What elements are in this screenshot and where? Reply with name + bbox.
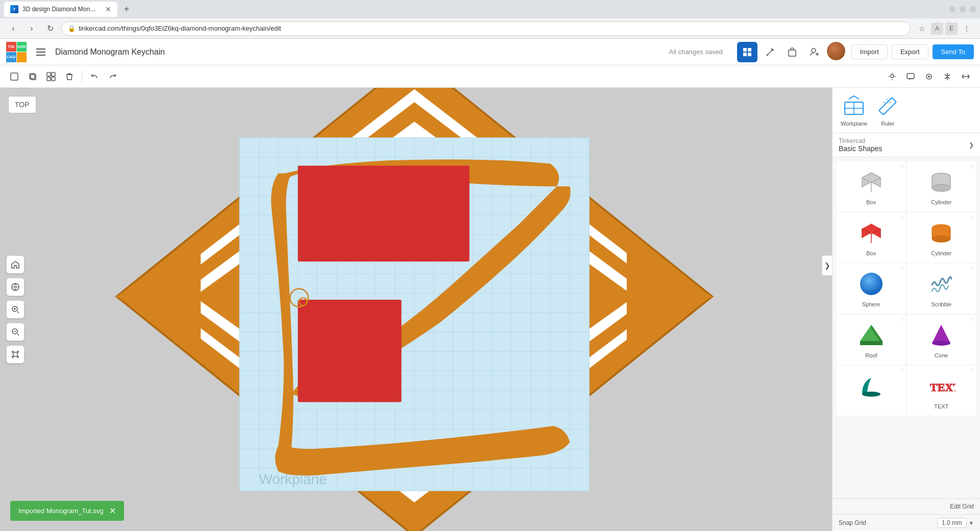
avatar[interactable] <box>827 42 845 60</box>
top-label: TOP <box>8 96 36 113</box>
shape-item-box-red[interactable]: ☆ Box <box>837 212 906 262</box>
star-icon-8[interactable]: ☆ <box>969 317 974 322</box>
svg-point-78 <box>932 184 950 191</box>
view-controls <box>6 255 24 364</box>
browser-chrome: T 3D design Diamond Monogram ... ✕ + ‹ ›… <box>0 0 980 39</box>
home-view-button[interactable] <box>6 255 24 274</box>
fit-view-button[interactable] <box>6 345 24 364</box>
star-icon-10[interactable]: ☆ <box>969 368 974 373</box>
toolbar-right <box>884 68 974 85</box>
more-options-button[interactable]: ⋮ <box>960 21 974 36</box>
svg-point-5 <box>812 49 816 53</box>
svg-rect-1 <box>748 48 751 52</box>
hamburger-line-2 <box>36 52 45 53</box>
shape-item-cylinder-wireframe[interactable]: ☆ Cylinder <box>907 161 976 211</box>
bookmark-icon[interactable]: ☆ <box>915 21 929 36</box>
address-bar[interactable]: 🔒 tinkercad.com/things/0qfo3ElZ6kq-diamo… <box>61 21 911 36</box>
workplane-icon <box>842 94 866 118</box>
panel-expand-button[interactable]: ❯ <box>822 255 832 276</box>
shape-item-text[interactable]: ☆ TEXT TEXT <box>907 366 976 416</box>
reload-button[interactable]: ↻ <box>43 21 57 36</box>
star-icon-5[interactable]: ☆ <box>899 266 904 271</box>
shape-item-cone[interactable]: ☆ Cone <box>907 315 976 365</box>
group-button[interactable] <box>43 68 59 85</box>
extension-icon-2[interactable]: E <box>945 22 958 35</box>
shapes-category: Basic Shapes <box>839 144 883 153</box>
address-text: tinkercad.com/things/0qfo3ElZ6kq-diamond… <box>79 25 904 32</box>
svg-marker-89 <box>860 341 883 345</box>
maximize-button[interactable] <box>960 6 966 12</box>
ruler-label: Ruler <box>881 120 894 127</box>
star-icon-4[interactable]: ☆ <box>969 214 974 220</box>
workplane-tool[interactable]: Workplane <box>841 94 867 127</box>
star-icon[interactable]: ☆ <box>899 163 904 169</box>
svg-rect-10 <box>52 73 55 76</box>
orbit-button[interactable] <box>6 278 24 296</box>
import-button[interactable]: Import <box>851 44 888 59</box>
back-button[interactable]: ‹ <box>6 21 20 36</box>
mirror-tool-button[interactable] <box>939 68 955 85</box>
shape-item-cylinder-orange[interactable]: ☆ Cylinder <box>907 212 976 262</box>
star-icon-9[interactable]: ☆ <box>899 368 904 373</box>
flip-tool-button[interactable] <box>958 68 974 85</box>
shape-label-cone: Cone <box>935 352 948 358</box>
shape-item-box-wireframe[interactable]: ☆ Box <box>837 161 906 211</box>
star-icon-7[interactable]: ☆ <box>899 317 904 322</box>
user-plus-button[interactable] <box>804 42 825 62</box>
edit-grid-button[interactable]: Edit Grid <box>950 503 974 510</box>
zoom-out-button[interactable] <box>6 323 24 341</box>
svg-text:Workplane: Workplane <box>259 471 327 487</box>
svg-point-13 <box>891 75 894 78</box>
star-icon-2[interactable]: ☆ <box>969 163 974 169</box>
minimize-button[interactable] <box>949 6 955 12</box>
star-icon-6[interactable]: ☆ <box>969 266 974 271</box>
shape-item-teal[interactable]: ☆ <box>837 366 906 416</box>
project-title: Diamond Monogram Keychain <box>55 47 663 57</box>
header-btn-group <box>737 42 845 62</box>
svg-rect-2 <box>743 53 747 56</box>
svg-point-16 <box>928 76 930 78</box>
new-tab-button[interactable]: + <box>119 2 134 16</box>
export-button[interactable]: Export <box>892 44 928 59</box>
shape-item-scribble[interactable]: ☆ Scribble <box>907 263 976 313</box>
svg-rect-3 <box>748 53 751 56</box>
close-button[interactable] <box>970 6 976 12</box>
redo-button[interactable] <box>105 68 121 85</box>
star-icon-3[interactable]: ☆ <box>899 214 904 220</box>
svg-rect-6 <box>11 73 18 80</box>
shape-label-text: TEXT <box>934 403 948 409</box>
undo-button[interactable] <box>86 68 103 85</box>
shapes-chevron-icon[interactable]: ❯ <box>969 141 974 149</box>
select-tool-button[interactable] <box>6 68 22 85</box>
hamburger-button[interactable] <box>33 44 49 60</box>
logo-ker: KER <box>17 42 27 52</box>
snap-chevron-icon[interactable]: ▼ <box>969 520 974 526</box>
notification-close-button[interactable]: ✕ <box>109 506 116 516</box>
hammer-button[interactable] <box>760 42 780 62</box>
tinkercad-logo[interactable]: TIN KER CAD <box>6 42 27 62</box>
svg-rect-11 <box>47 77 51 81</box>
send-to-button[interactable]: Send To <box>933 44 974 59</box>
ruler-tool[interactable]: Ruler <box>875 94 900 127</box>
canvas-area[interactable]: TOP <box>0 88 832 531</box>
workplane-label: Workplane <box>841 120 867 127</box>
tab-close-icon[interactable]: ✕ <box>105 5 111 13</box>
svg-rect-0 <box>743 48 747 52</box>
shape-item-sphere[interactable]: ☆ Sphere <box>837 263 906 313</box>
forward-button[interactable]: › <box>24 21 39 36</box>
shape-item-roof[interactable]: ☆ Roof <box>837 315 906 365</box>
location-tool-button[interactable] <box>884 68 900 85</box>
copy-button[interactable] <box>24 68 41 85</box>
zoom-in-button[interactable] <box>6 300 24 319</box>
shapes-header: Tinkercad Basic Shapes ❯ <box>832 133 980 157</box>
hamburger-line-3 <box>36 55 45 56</box>
bag-button[interactable] <box>782 42 802 62</box>
tab-title: 3D design Diamond Monogram ... <box>22 6 99 13</box>
extension-icon-1[interactable]: A <box>931 22 943 35</box>
grid-view-button[interactable] <box>737 42 757 62</box>
ruler-icon <box>875 94 900 118</box>
delete-button[interactable] <box>61 68 78 85</box>
chat-tool-button[interactable] <box>902 68 919 85</box>
active-tab[interactable]: T 3D design Diamond Monogram ... ✕ <box>4 2 117 17</box>
align-tool-button[interactable] <box>921 68 937 85</box>
